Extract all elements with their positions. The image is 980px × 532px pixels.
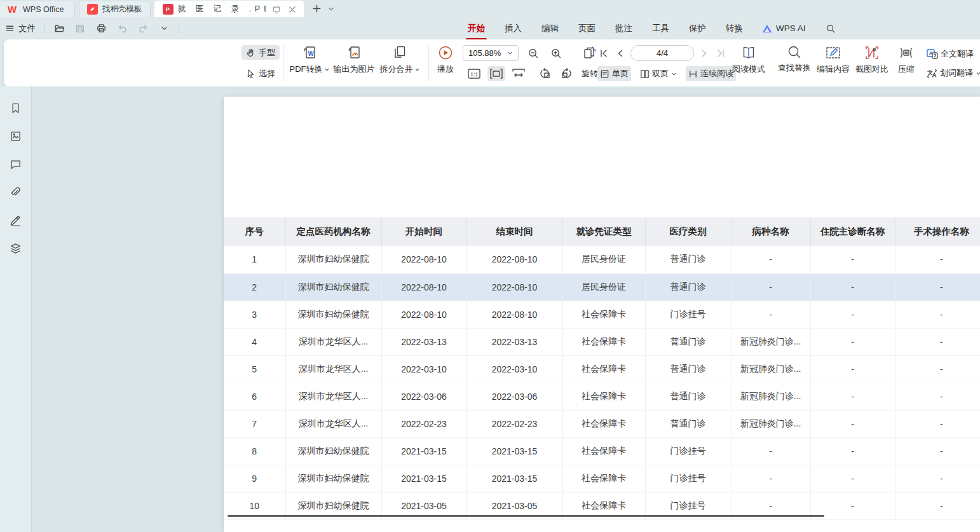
hand-tool-button[interactable]: 手型	[242, 45, 280, 60]
monitor-icon[interactable]	[271, 4, 282, 15]
tab-list-chevron-icon[interactable]	[325, 3, 337, 15]
single-page-icon	[600, 69, 609, 79]
rotate-left-button[interactable]	[537, 66, 554, 81]
save-icon[interactable]	[74, 22, 86, 35]
table-row: 3深圳市妇幼保健院2022-08-102022-08-10社会保障卡门诊挂号--…	[224, 301, 980, 328]
undo-icon[interactable]	[116, 22, 128, 35]
find-replace-button[interactable]: 查找替换	[777, 44, 812, 74]
next-page-button[interactable]	[698, 46, 711, 61]
chevron-down-icon	[507, 50, 513, 56]
word-translate-button[interactable]: 划词翻译	[924, 65, 980, 81]
previous-page-button[interactable]	[614, 46, 627, 61]
left-panel-rail	[0, 86, 32, 532]
column-header: 病种名称	[731, 217, 810, 246]
fit-page-button[interactable]	[510, 66, 527, 81]
fit-width-button[interactable]	[487, 66, 505, 81]
menu-tab-convert[interactable]: 转换	[725, 22, 744, 36]
read-mode-label: 阅读模式	[732, 64, 765, 75]
play-icon	[437, 44, 454, 61]
menu-tab-tools[interactable]: 工具	[651, 22, 670, 36]
menu-tab-comment[interactable]: 批注	[615, 22, 633, 36]
table-cell: 4	[224, 328, 285, 355]
table-cell: 门诊挂号	[645, 437, 731, 465]
play-button[interactable]: 播放	[433, 44, 458, 75]
read-mode-button[interactable]: 阅读模式	[731, 44, 766, 75]
redo-icon[interactable]	[137, 22, 149, 35]
table-cell: 深圳市妇幼保健院	[285, 437, 381, 465]
table-cell: 新冠肺炎门诊...	[731, 383, 810, 410]
screenshot-compare-button[interactable]: 截图对比	[854, 44, 890, 75]
actual-size-button[interactable]: 1:1	[465, 66, 483, 81]
double-page-button[interactable]: 双页	[637, 66, 679, 81]
customize-quickbar-chevron-icon[interactable]	[158, 22, 170, 35]
edit-content-button[interactable]: 编辑内容	[815, 44, 851, 75]
table-cell: 9	[224, 465, 285, 492]
last-page-button[interactable]	[714, 46, 727, 61]
continuous-reading-button[interactable]: 连续阅读	[686, 66, 736, 81]
table-cell: 2	[224, 273, 285, 301]
table-cell: -	[810, 246, 895, 273]
table-cell: 居民身份证	[562, 246, 645, 273]
tab-docer-templates[interactable]: 找稻壳模板	[79, 1, 151, 17]
layers-icon[interactable]	[8, 240, 24, 256]
file-menu-button[interactable]: 文件	[5, 23, 36, 34]
table-cell: -	[895, 383, 980, 410]
table-cell: 深圳市妇幼保健院	[285, 273, 381, 301]
table-cell: 2021-03-15	[466, 437, 562, 465]
table-cell: 普通门诊	[645, 328, 731, 355]
bookmark-icon[interactable]	[8, 100, 24, 116]
table-cell: 2021-03-15	[381, 437, 466, 465]
compress-button[interactable]: 压缩	[894, 44, 918, 75]
table-cell: 新冠肺炎门诊...	[731, 355, 810, 383]
tab-wps-office[interactable]: W WPS Office	[0, 1, 75, 17]
print-icon[interactable]	[95, 22, 107, 35]
wps-ai-button[interactable]: WPS AI	[762, 24, 806, 33]
table-cell: 新冠肺炎门诊...	[731, 410, 810, 437]
menu-tab-page[interactable]: 页面	[578, 22, 596, 36]
table-row: 1深圳市妇幼保健院2022-08-102022-08-10居民身份证普通门诊--…	[224, 246, 980, 273]
table-cell: -	[895, 465, 980, 492]
screenshot-compare-label: 截图对比	[855, 64, 888, 75]
select-tool-button[interactable]: 选择	[242, 66, 280, 81]
menu-tab-edit[interactable]: 编辑	[541, 22, 559, 36]
comment-icon[interactable]	[8, 156, 24, 172]
rotate-right-button[interactable]	[558, 66, 575, 81]
table-cell: -	[810, 301, 895, 328]
zoom-out-button[interactable]	[525, 46, 541, 61]
open-file-icon[interactable]	[53, 22, 65, 35]
zoom-in-button[interactable]	[548, 46, 564, 61]
edit-content-icon	[825, 44, 841, 61]
cursor-icon	[246, 69, 255, 78]
thumbnail-icon[interactable]	[8, 128, 24, 144]
column-header: 序号	[224, 217, 285, 246]
column-header: 手术操作名称	[895, 217, 980, 246]
table-cell: -	[731, 273, 810, 301]
pdf-page[interactable]: 序号定点医药机构名称开始时间结束时间就诊凭证类型医疗类别病种名称住院主诊断名称手…	[224, 97, 980, 532]
zoom-value: 105.88%	[468, 48, 501, 58]
menu-tab-insert[interactable]: 插入	[504, 22, 522, 36]
zoom-level-select[interactable]: 105.88%	[463, 45, 519, 61]
menu-search-icon[interactable]	[824, 22, 837, 35]
new-tab-icon[interactable]	[311, 3, 323, 15]
table-horizontal-scrollbar[interactable]	[228, 515, 824, 517]
full-text-translate-button[interactable]: A 全文翻译	[924, 46, 976, 62]
pdf-convert-button[interactable]: W PDF转换	[289, 44, 330, 75]
table-cell: 社会保障卡	[562, 465, 645, 492]
export-as-image-button[interactable]: 输出为图片	[333, 44, 375, 75]
attachment-icon[interactable]	[8, 184, 24, 200]
page-number-input[interactable]: 4/4	[630, 45, 694, 61]
table-cell: -	[810, 328, 895, 355]
table-cell: -	[810, 273, 895, 301]
menu-tab-protect[interactable]: 保护	[688, 22, 707, 36]
close-tab-icon[interactable]	[287, 4, 298, 15]
find-replace-label: 查找替换	[778, 62, 811, 74]
signature-pen-icon[interactable]	[8, 212, 24, 228]
table-row: 6深圳市龙华区人...2022-03-062022-03-06社会保障卡普通门诊…	[224, 383, 980, 410]
single-page-button[interactable]: 单页	[597, 66, 631, 81]
column-header: 医疗类别	[645, 217, 731, 246]
split-merge-button[interactable]: 拆分合并	[378, 44, 421, 75]
menu-tab-home[interactable]: 开始	[467, 22, 486, 36]
tab-medical-record-pdf[interactable]: P 就 医 记 录 .PDF	[154, 1, 304, 17]
table-row: 7深圳市龙华区人...2022-02-232022-02-23社会保障卡普通门诊…	[224, 410, 980, 437]
first-page-button[interactable]	[597, 46, 610, 61]
